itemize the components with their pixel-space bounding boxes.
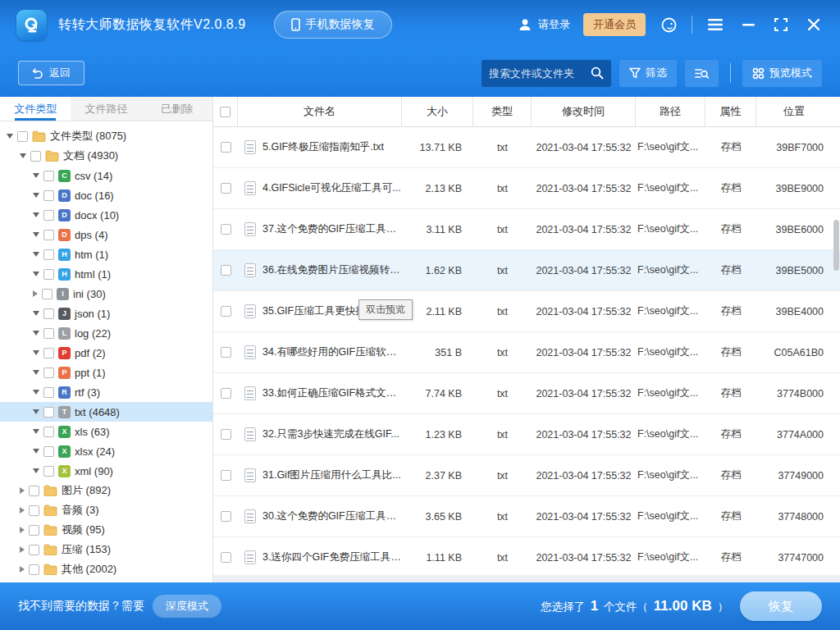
tree-checkbox[interactable] [43,446,54,457]
table-row[interactable]: 3.送你四个GIF免费压缩工具帮...1.11 KBtxt2021-03-04 … [213,537,840,578]
tree-item-folder-视频[interactable]: 视频 (95) [0,520,212,540]
row-checkbox[interactable] [221,552,231,563]
tree-item-ini-ini[interactable]: Iini (30) [0,284,212,304]
search-icon[interactable] [591,66,604,80]
chevron-down-icon[interactable] [20,153,26,158]
chevron-right-icon[interactable] [33,290,38,297]
chevron-right-icon[interactable] [20,487,25,494]
tree-checkbox[interactable] [43,249,54,260]
horizontal-scrollbar-track[interactable] [213,575,840,582]
chevron-down-icon[interactable] [33,390,39,395]
tree-checkbox[interactable] [43,466,54,477]
preview-mode-button[interactable]: 预览模式 [742,60,822,87]
tree-item-rtf-rtf[interactable]: Rrtf (3) [0,382,212,402]
tree-item-xml-xml[interactable]: Xxml (90) [0,461,212,481]
table-row[interactable]: 33.如何正确压缩GIF格式文件...7.74 KBtxt2021-03-04 … [213,373,840,414]
tree-item-folder-其他[interactable]: 其他 (2002) [0,559,212,579]
table-row[interactable]: 5.GIF终极压缩指南知乎.txt13.71 KBtxt2021-03-04 1… [213,127,840,168]
tree-item-dps-dps[interactable]: Ddps (4) [0,225,212,244]
chevron-down-icon[interactable] [7,134,13,139]
table-row[interactable]: 32.只需3步快速完成在线GIF...1.23 KBtxt2021-03-04 … [213,414,840,455]
tree-checkbox[interactable] [29,505,39,516]
chevron-down-icon[interactable] [33,193,39,198]
chevron-down-icon[interactable] [33,173,39,178]
chevron-down-icon[interactable] [33,468,39,473]
tree-checkbox[interactable] [43,210,54,221]
chevron-right-icon[interactable] [20,546,25,553]
tree-checkbox[interactable] [29,525,39,536]
tree-item-html-html[interactable]: Hhtml (1) [0,264,212,284]
tree-checkbox[interactable] [42,289,52,299]
tree-item-folder-图片[interactable]: 图片 (892) [0,481,212,500]
tree-checkbox[interactable] [17,131,28,142]
tab-deleted[interactable]: 已删除 [142,97,212,121]
phone-recovery-button[interactable]: 手机数据恢复 [274,11,392,39]
row-checkbox[interactable] [221,388,231,399]
chevron-down-icon[interactable] [33,212,39,217]
tree-item-txt-txt[interactable]: Ttxt (4648) [0,402,212,422]
tree-checkbox[interactable] [29,486,39,496]
table-row[interactable]: 4.GIFSicle可视化压缩工具可...2.13 KBtxt2021-03-0… [213,168,840,209]
tree-item-folder-文档[interactable]: 文档 (4930) [0,146,212,166]
row-checkbox[interactable] [221,306,231,317]
tree-checkbox[interactable] [43,269,54,280]
tree-item-csv-csv[interactable]: Ccsv (14) [0,166,212,185]
row-checkbox[interactable] [221,183,231,194]
table-row[interactable]: 34.有哪些好用的GIF压缩软件...351 Btxt2021-03-04 17… [213,332,840,373]
tree-checkbox[interactable] [43,190,54,201]
vertical-scrollbar[interactable] [833,220,839,271]
chevron-down-icon[interactable] [33,272,39,276]
col-type[interactable]: 类型 [473,97,532,126]
col-modified[interactable]: 修改时间 [532,97,636,126]
tree-item-xls-xls[interactable]: Xxls (63) [0,422,212,441]
tree-checkbox[interactable] [43,230,54,240]
row-checkbox[interactable] [221,470,231,481]
back-button[interactable]: 返回 [18,61,84,85]
tree-checkbox[interactable] [30,151,41,162]
table-row[interactable]: 36.在线免费图片压缩视频转GI...1.62 KBtxt2021-03-04 … [213,250,840,291]
tree-item-folder-文件类型[interactable]: 文件类型 (8075) [0,126,212,146]
tree-item-htm-htm[interactable]: Hhtm (1) [0,244,212,264]
chevron-down-icon[interactable] [33,232,39,237]
row-checkbox[interactable] [221,224,231,235]
chevron-down-icon[interactable] [33,449,39,454]
tree-item-doc-doc[interactable]: Ddoc (16) [0,185,212,205]
row-checkbox[interactable] [221,142,231,153]
chevron-down-icon[interactable] [33,331,39,336]
col-path[interactable]: 路径 [636,97,705,126]
col-filename[interactable]: 文件名 [238,97,402,126]
open-vip-button[interactable]: 开通会员 [583,13,646,36]
tree-checkbox[interactable] [29,545,39,555]
minimize-button[interactable] [738,15,758,34]
chevron-down-icon[interactable] [33,370,39,375]
select-all-checkbox[interactable] [220,107,231,117]
tree-item-folder-音频[interactable]: 音频 (3) [0,500,212,520]
tree-checkbox[interactable] [43,387,54,398]
chevron-right-icon[interactable] [20,527,25,533]
chevron-down-icon[interactable] [33,311,39,316]
tree-checkbox[interactable] [43,308,54,319]
tree-checkbox[interactable] [43,368,54,378]
table-row[interactable]: 37.这个免费的GIF压缩工具秒...3.11 KBtxt2021-03-04 … [213,209,840,250]
tree-checkbox[interactable] [43,348,54,358]
tree-item-xlsx-xlsx[interactable]: Xxlsx (24) [0,441,212,461]
table-row[interactable]: 30.这个免费的GIF压缩工具秒...3.65 KBtxt2021-03-04 … [213,496,840,537]
table-row[interactable]: 35.GIF压缩工具更快捷2.11 KBtxt2021-03-04 17:55:… [213,291,840,332]
row-checkbox[interactable] [221,429,231,440]
maximize-button[interactable] [771,15,791,34]
advanced-search-button[interactable] [685,60,719,87]
tree-item-ppt-ppt[interactable]: Pppt (1) [0,363,212,382]
chevron-down-icon[interactable] [33,409,39,414]
search-input[interactable] [489,67,591,80]
tree-checkbox[interactable] [43,407,54,418]
chevron-right-icon[interactable] [20,566,25,573]
tree-checkbox[interactable] [29,564,39,575]
filter-button[interactable]: 筛选 [619,60,677,87]
tab-file-path[interactable]: 文件路径 [71,97,141,121]
col-attr[interactable]: 属性 [705,97,756,126]
tab-file-type[interactable]: 文件类型 [0,97,71,121]
chevron-down-icon[interactable] [33,429,39,434]
deep-mode-button[interactable]: 深度模式 [153,595,221,618]
row-checkbox[interactable] [221,511,231,522]
col-size[interactable]: 大小 [402,97,473,126]
